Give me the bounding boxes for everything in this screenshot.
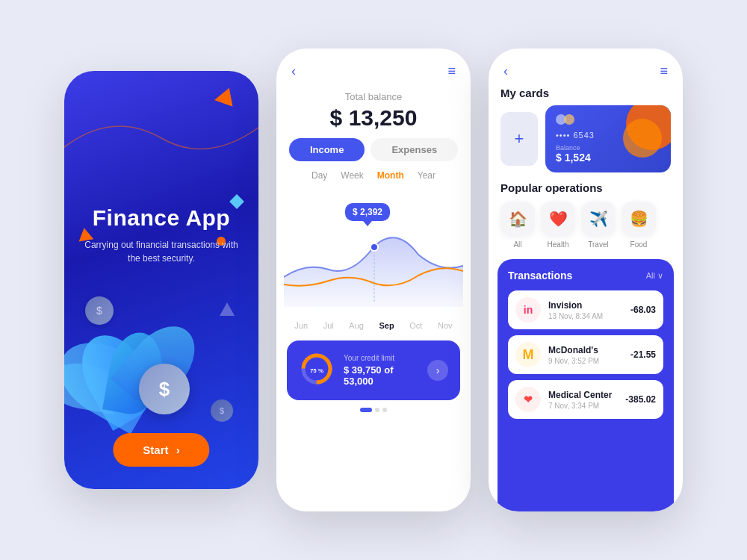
transactions-title: Transactions <box>508 270 572 281</box>
op-health[interactable]: ❤️ Health <box>541 202 575 249</box>
start-arrow-icon: › <box>176 444 180 456</box>
app-title: Finance App <box>79 205 244 231</box>
dot-3 <box>382 408 387 412</box>
add-card-button[interactable]: + <box>500 112 538 166</box>
dot-1 <box>360 408 372 412</box>
health-icon: ❤️ <box>541 202 575 236</box>
medical-amount: -385.02 <box>625 394 656 405</box>
balance-section: Total balance $ 13,250 <box>276 79 471 138</box>
start-label: Start <box>143 444 168 456</box>
time-labels: Jun Jul Aug Sep Oct Nov <box>276 318 471 330</box>
op-food[interactable]: 🍔 Food <box>622 202 656 249</box>
coin-small-1: $ <box>85 296 114 325</box>
cards-row: + •••• 6543 Balance $ 1,524 <box>489 105 683 172</box>
balance-label: Total balance <box>291 91 456 102</box>
popular-ops-title: Popular operations <box>489 181 683 194</box>
card-orange-circle-2 <box>623 119 662 158</box>
svg-point-1 <box>371 243 378 251</box>
screen-2: ‹ ≡ Total balance $ 13,250 Income Expens… <box>276 49 471 511</box>
medical-info: Medical Center 7 Nov, 3:34 PM <box>548 390 618 410</box>
back-icon[interactable]: ‹ <box>291 63 296 79</box>
screen-3: ‹ ≡ My cards + •••• 6543 Balance <box>489 49 683 511</box>
medical-logo: ❤ <box>515 387 541 412</box>
invision-logo: in <box>515 297 541 323</box>
travel-icon: ✈️ <box>581 202 616 236</box>
chip-circle-2 <box>564 114 574 125</box>
credit-card: •••• 6543 Balance $ 1,524 <box>545 105 671 172</box>
label-aug: Aug <box>349 321 364 330</box>
coin-large: $ <box>139 364 190 414</box>
label-sep: Sep <box>379 321 394 330</box>
transactions-header: Transactions All ∨ <box>508 270 663 281</box>
credit-arrow-button[interactable]: › <box>427 360 448 381</box>
mcdonalds-logo: M <box>515 342 541 367</box>
ops-row: 🏠 All ❤️ Health ✈️ Travel 🍔 Food <box>489 202 683 249</box>
mcdonalds-date: 9 Nov, 3:52 PM <box>548 357 623 365</box>
tab-month[interactable]: Month <box>377 170 404 181</box>
op-all[interactable]: 🏠 All <box>500 202 535 249</box>
transactions-all-button[interactable]: All ∨ <box>646 271 663 281</box>
mcdonalds-name: McDonald's <box>548 345 623 355</box>
transaction-medical: ❤ Medical Center 7 Nov, 3:34 PM -385.02 <box>508 380 663 419</box>
medical-name: Medical Center <box>548 390 618 400</box>
mcdonalds-amount: -21.55 <box>630 349 656 360</box>
label-jul: Jul <box>323 321 334 330</box>
credit-label: Your credit limit <box>344 354 418 362</box>
op-travel[interactable]: ✈️ Travel <box>581 202 616 249</box>
back-icon-3[interactable]: ‹ <box>503 63 508 79</box>
transaction-mcdonalds: M McDonald's 9 Nov, 3:52 PM -21.55 <box>508 335 663 374</box>
tab-year[interactable]: Year <box>418 170 436 181</box>
all-icon: 🏠 <box>500 202 535 236</box>
travel-label: Travel <box>588 240 608 249</box>
transaction-invision: in Invision 13 Nov, 8:34 AM -68.03 <box>508 290 663 329</box>
credit-section: 75 % Your credit limit $ 39,750 of 53,00… <box>287 340 460 400</box>
scroll-dots <box>276 408 471 412</box>
credit-info: Your credit limit $ 39,750 of 53,000 <box>344 354 418 387</box>
app-subtitle: Carrying out financial transactions with… <box>79 238 244 265</box>
label-nov: Nov <box>438 321 453 330</box>
label-oct: Oct <box>409 321 422 330</box>
label-jun: Jun <box>294 321 308 330</box>
toggle-buttons: Income Expenses <box>276 138 471 170</box>
health-label: Health <box>548 240 569 249</box>
all-label: All <box>513 240 521 249</box>
dot-2 <box>375 408 379 412</box>
chart-tooltip: $ 2,392 <box>345 203 390 221</box>
medical-date: 7 Nov, 3:34 PM <box>548 402 618 410</box>
menu-icon-3[interactable]: ≡ <box>660 63 668 79</box>
credit-pct-label: 75 % <box>310 367 323 374</box>
chart-area: $ 2,392 <box>284 191 463 318</box>
transactions-section: Transactions All ∨ in Invision 13 Nov, 8… <box>498 259 674 511</box>
credit-amount: $ 39,750 of 53,000 <box>344 364 418 387</box>
screen-1: $ $ $ Finance App Carrying out financial… <box>64 71 258 489</box>
invision-date: 13 Nov, 8:34 AM <box>548 312 623 320</box>
phone1-content: Finance App Carrying out financial trans… <box>64 101 258 265</box>
plus-icon: + <box>515 129 524 149</box>
coin-small-2: $ <box>211 399 233 422</box>
expenses-toggle[interactable]: Expenses <box>371 138 458 161</box>
invision-info: Invision 13 Nov, 8:34 AM <box>548 300 623 320</box>
start-button[interactable]: Start › <box>113 433 209 467</box>
phone3-header: ‹ ≡ <box>489 49 683 79</box>
food-icon: 🍔 <box>622 202 656 236</box>
invision-amount: -68.03 <box>630 305 656 315</box>
menu-icon[interactable]: ≡ <box>447 63 456 79</box>
phone2-header: ‹ ≡ <box>276 49 471 79</box>
invision-name: Invision <box>548 300 623 311</box>
mcdonalds-info: McDonald's 9 Nov, 3:52 PM <box>548 345 623 365</box>
tab-week[interactable]: Week <box>341 170 363 181</box>
food-label: Food <box>630 240 648 249</box>
tab-day[interactable]: Day <box>311 170 327 181</box>
balance-amount: $ 13,250 <box>291 105 456 131</box>
donut-container: 75 % <box>299 351 335 390</box>
income-toggle[interactable]: Income <box>289 138 365 161</box>
time-tabs: Day Week Month Year <box>276 170 471 191</box>
my-cards-title: My cards <box>489 87 683 99</box>
